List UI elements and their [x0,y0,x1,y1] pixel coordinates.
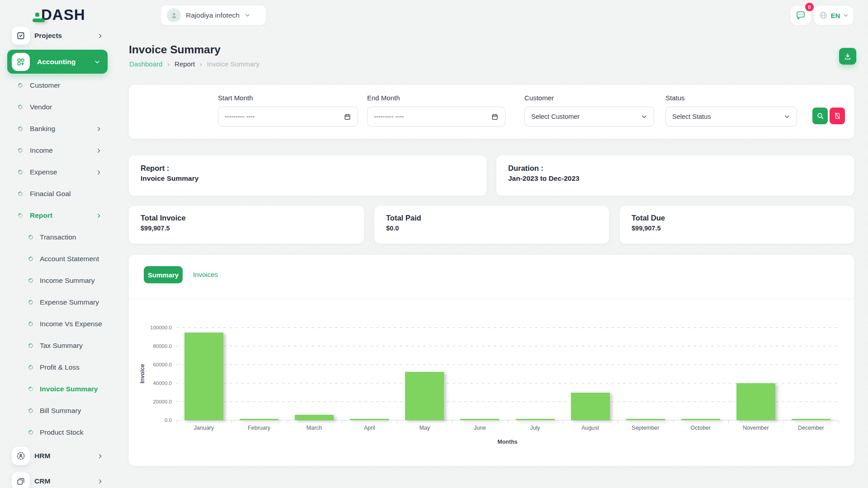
sidebar-item-product-stock[interactable]: Product Stock [0,422,117,443]
total-invoice-card: Total Invoice $99,907.5 [129,206,364,244]
x-tick-label-january: January [176,425,231,431]
sidebar-item-income-vs-expense[interactable]: Income Vs Expense [0,313,117,335]
sidebar-item-income-summary[interactable]: Income Summary [0,270,117,291]
sidebar-item-accounting[interactable]: Accounting [7,50,108,74]
x-tick-label-june: June [452,425,507,431]
report-value: Invoice Summary [141,174,198,183]
sidebar-item-customer[interactable]: Customer [0,75,117,96]
chevron-right-icon [96,213,102,219]
person-icon [170,11,179,20]
chevron-down-icon [843,13,849,18]
total-due-value: $99,907.5 [632,225,661,232]
x-tick-label-november: November [728,425,783,431]
tab-invoices[interactable]: Invoices [193,271,218,278]
sidebar-item-report[interactable]: Report [0,205,117,226]
download-button[interactable] [839,48,856,65]
start-month-input[interactable]: --------- ---- [218,107,358,127]
bullet-icon [28,386,34,392]
status-select[interactable]: Select Status [665,107,797,127]
divider [129,299,854,299]
bullet-icon [17,82,24,89]
logo-dash-icon [33,19,45,22]
breadcrumb-separator-icon: › [167,61,170,68]
start-month-value: --------- ---- [225,113,255,120]
sidebar-item-transaction[interactable]: Transaction [0,226,117,248]
bullet-icon [17,212,24,219]
breadcrumb: Dashboard › Report › Invoice Summary [129,60,259,68]
x-tick-label-july: July [507,425,562,431]
bar-may [405,372,444,420]
messages-button[interactable]: 0 [791,6,811,25]
bar-july [516,419,555,420]
y-tick-label: 60000.0 [153,362,172,367]
duration-value: Jan-2023 to Dec-2023 [508,174,580,183]
total-paid-label: Total Paid [386,214,421,222]
company-switcher[interactable]: Rajodiya infotech [160,5,266,25]
filter-card: Start Month --------- ---- End Month ---… [129,85,854,139]
search-icon [816,112,824,120]
sidebar-item-tax-summary[interactable]: Tax Summary [0,335,117,357]
chevron-down-icon [94,59,100,65]
sidebar-item-vendor[interactable]: Vendor [0,96,117,118]
sidebar-item-bill-summary[interactable]: Bill Summary [0,400,117,422]
tab-summary[interactable]: Summary [144,266,183,283]
x-axis-tick [397,420,397,423]
y-tick-label: 80000.0 [153,343,172,349]
sidebar-item-projects[interactable]: Projects [0,26,117,47]
bullet-icon [17,191,24,197]
chevron-right-icon [97,479,103,484]
bar-april [350,419,389,420]
customer-value: Select Customer [531,113,580,120]
bar-december [792,419,830,420]
sidebar-item-invoice-summary[interactable]: Invoice Summary [0,378,117,400]
x-tick-label-september: September [618,425,673,431]
logo-dot-icon [35,13,39,17]
bullet-icon [28,429,34,436]
sidebar-item-account-statement[interactable]: Account Statement [0,248,117,270]
y-tick-label: 40000.0 [153,380,172,386]
total-due-label: Total Due [632,214,665,222]
x-tick-label-december: December [783,425,839,431]
bar-february [240,419,278,420]
total-due-card: Total Due $99,907.5 [620,206,854,244]
breadcrumb-report[interactable]: Report [175,60,195,68]
breadcrumb-separator-icon: › [200,61,202,68]
globe-icon [819,11,828,20]
chevron-right-icon [96,126,102,132]
sidebar-item-expense[interactable]: Expense [0,161,117,183]
end-month-input[interactable]: --------- ---- [367,107,505,127]
x-axis-tick [231,420,232,423]
sidebar-item-expense-summary[interactable]: Expense Summary [0,291,117,313]
sidebar-item-profit-loss[interactable]: Profit & Loss [0,357,117,378]
language-selector[interactable]: EN [814,6,853,25]
y-tick-label: 20000.0 [153,399,172,404]
sidebar-item-hrm[interactable]: HRM [0,443,117,469]
sidebar-item-income[interactable]: Income [0,140,117,161]
x-tick-label-august: August [563,425,618,431]
x-axis-tick [508,420,508,423]
reset-filter-button[interactable] [830,108,845,124]
bullet-icon [17,147,24,154]
sidebar-item-crm[interactable]: CRM [0,469,117,488]
bar-august [571,393,610,421]
download-icon [844,52,852,61]
language-code: EN [831,12,840,19]
app-logo[interactable]: DASH [35,7,85,22]
duration-info-card: Duration : Jan-2023 to Dec-2023 [496,155,854,196]
breadcrumb-dashboard[interactable]: Dashboard [129,60,162,68]
chevron-right-icon [97,33,103,39]
apply-filter-button[interactable] [812,108,828,124]
report-label: Report : [141,164,169,173]
sidebar-item-banking[interactable]: Banking [0,118,117,140]
chevron-down-icon [641,113,647,120]
logo-text: DASH [41,7,85,22]
calendar-icon [491,113,499,121]
bullet-icon [28,277,34,284]
chevron-right-icon [96,148,102,154]
start-month-label: Start Month [218,94,253,102]
customer-select[interactable]: Select Customer [524,107,654,127]
hrm-icon [12,447,30,465]
x-axis-tick [342,420,342,423]
customer-label: Customer [524,94,554,102]
sidebar-item-finacial-goal[interactable]: Finacial Goal [0,183,117,205]
